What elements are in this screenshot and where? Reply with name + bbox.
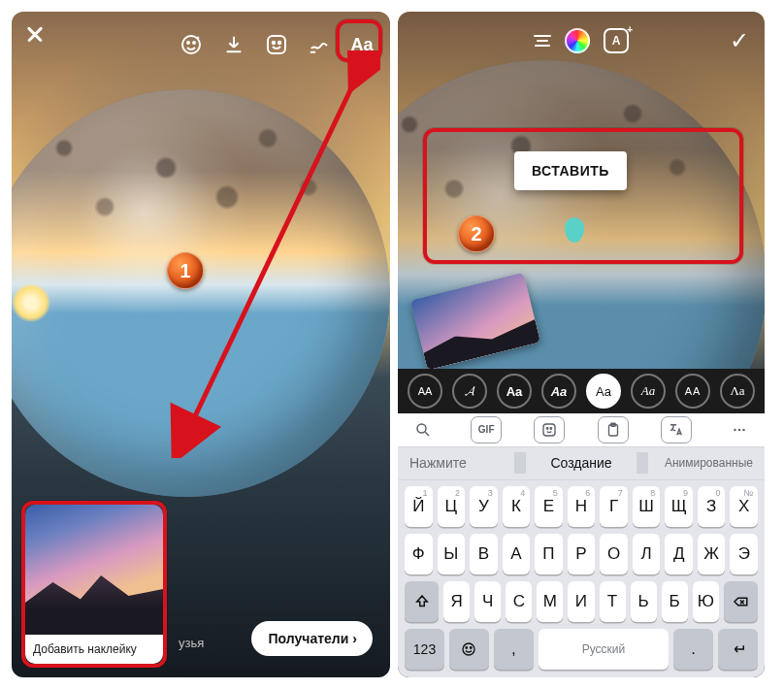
chevron-right-icon: › — [352, 631, 357, 646]
svg-rect-8 — [543, 424, 555, 436]
key[interactable]: У3 — [470, 486, 498, 527]
paste-label: ВСТАВИТЬ — [532, 163, 609, 179]
key[interactable]: Й1 — [405, 486, 433, 527]
recipients-button[interactable]: Получатели › — [251, 621, 374, 656]
annotation-marker: 1 — [167, 252, 204, 289]
key[interactable]: З0 — [698, 486, 726, 527]
key[interactable]: Ф — [405, 534, 433, 574]
font-chip[interactable]: 𝓐 — [452, 374, 487, 409]
annotation-marker: 2 — [458, 215, 495, 252]
key[interactable]: Т — [600, 581, 626, 622]
comma-key[interactable]: , — [494, 629, 534, 670]
key[interactable]: Г7 — [600, 486, 628, 527]
key[interactable]: К4 — [503, 486, 531, 527]
emoji-key[interactable] — [449, 629, 489, 670]
suggestion-bar: Нажмите Создание Анимированные — [398, 447, 765, 481]
font-chip[interactable]: Aa — [586, 374, 621, 409]
key[interactable]: Н6 — [568, 486, 596, 527]
key[interactable]: О — [600, 534, 628, 574]
backspace-key[interactable] — [724, 581, 758, 622]
key[interactable]: Ж — [698, 534, 726, 574]
add-sticker-label: Добавить наклейку — [25, 635, 163, 664]
keyboard: GIF Нажмите Создание Анимированные Й1Ц2У… — [398, 413, 765, 677]
enter-key[interactable] — [718, 629, 758, 670]
font-chip[interactable]: AA — [675, 374, 710, 409]
key[interactable]: П — [535, 534, 563, 574]
more-icon[interactable] — [724, 416, 755, 443]
svg-point-5 — [278, 42, 280, 44]
key[interactable]: Л — [633, 534, 661, 574]
font-chip[interactable]: Aa — [541, 374, 576, 409]
key[interactable]: Э — [730, 534, 758, 574]
text-effects-icon[interactable]: A — [604, 28, 629, 53]
key[interactable]: И — [568, 581, 594, 622]
svg-line-6 — [184, 68, 361, 439]
suggestion-item[interactable]: Создание — [526, 455, 637, 471]
key[interactable]: Б — [662, 581, 688, 622]
key[interactable]: Ь — [631, 581, 657, 622]
key[interactable]: Х№ — [730, 486, 758, 527]
key[interactable]: Е5 — [535, 486, 563, 527]
story-editor-screen: Aa узья Получатели › Добавить наклейку 1 — [12, 12, 390, 677]
symbols-key[interactable]: 123 — [405, 629, 444, 670]
key[interactable]: Щ9 — [665, 486, 693, 527]
key[interactable]: Ч — [474, 581, 501, 622]
space-key[interactable]: Русский — [539, 629, 669, 670]
svg-point-13 — [734, 429, 735, 431]
svg-point-14 — [738, 429, 740, 431]
key[interactable]: А — [503, 534, 531, 574]
key[interactable]: С — [506, 581, 532, 622]
svg-point-16 — [463, 643, 474, 655]
shift-key[interactable] — [405, 581, 439, 622]
partial-friends-label: узья — [179, 636, 204, 650]
svg-point-7 — [417, 424, 426, 433]
font-chip[interactable]: Aa — [497, 374, 532, 409]
svg-point-2 — [193, 42, 195, 44]
done-button[interactable]: ✓ — [730, 27, 749, 54]
svg-point-10 — [551, 428, 553, 430]
gif-button[interactable]: GIF — [471, 416, 502, 443]
kb-sticker-icon[interactable] — [534, 416, 565, 443]
key[interactable]: М — [537, 581, 563, 622]
key[interactable]: Ю — [693, 581, 719, 622]
color-picker-icon[interactable] — [565, 28, 590, 53]
svg-point-15 — [742, 429, 744, 431]
font-style-bar: AA𝓐AaAaAaAaAAΛа — [398, 369, 765, 413]
font-chip[interactable]: Λа — [720, 374, 755, 409]
key[interactable]: Я — [443, 581, 470, 622]
svg-point-4 — [273, 42, 275, 44]
add-sticker-popup[interactable]: Добавить наклейку — [25, 505, 163, 664]
close-icon[interactable] — [25, 33, 49, 56]
key[interactable]: Ш8 — [633, 486, 661, 527]
svg-point-17 — [466, 647, 468, 649]
svg-point-9 — [547, 428, 549, 430]
paste-context-menu[interactable]: ВСТАВИТЬ — [514, 151, 627, 190]
key[interactable]: Д — [665, 534, 693, 574]
text-entry-screen: A ✓ ВСТАВИТЬ AA𝓐AaAaAaAaAAΛа GIF Нажмите… — [398, 12, 765, 677]
period-key[interactable]: . — [673, 629, 713, 670]
text-align-icon[interactable] — [534, 35, 551, 47]
svg-point-18 — [471, 647, 473, 649]
svg-point-1 — [187, 42, 189, 44]
recipients-label: Получатели — [269, 631, 349, 646]
translate-icon[interactable] — [661, 416, 692, 443]
font-chip[interactable]: Aa — [631, 374, 666, 409]
font-chip[interactable]: AA — [408, 374, 442, 409]
suggestion-item[interactable]: Анимированные — [648, 456, 765, 470]
keyboard-toolstrip: GIF — [398, 413, 765, 447]
key[interactable]: В — [470, 534, 498, 574]
suggestion-item[interactable]: Нажмите — [398, 455, 514, 471]
key[interactable]: Р — [568, 534, 596, 574]
clipboard-icon[interactable] — [598, 416, 629, 443]
text-edit-toolbar: A ✓ — [398, 23, 765, 58]
key-grid: Й1Ц2У3К4Е5Н6Г7Ш8Щ9З0Х№ ФЫВАПРОЛДЖЭ ЯЧСМИ… — [398, 480, 765, 677]
search-icon[interactable] — [408, 416, 439, 443]
key[interactable]: Ы — [438, 534, 466, 574]
key[interactable]: Ц2 — [438, 486, 466, 527]
